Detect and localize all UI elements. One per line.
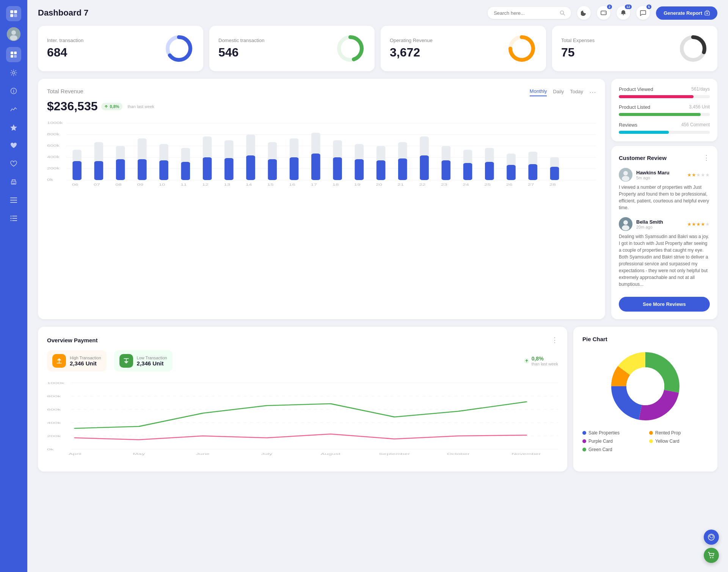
review-more-options[interactable]: ⋮ <box>703 154 710 162</box>
svg-text:September: September <box>379 452 410 456</box>
sidebar-item-analytics[interactable] <box>6 102 21 117</box>
payment-card: Overview Payment ⋮ High Transaction 2,34… <box>38 327 567 472</box>
progress-bar-2 <box>619 131 710 134</box>
stat-card-info-2: Operating Revenue 3,672 <box>390 38 433 60</box>
svg-point-123 <box>622 225 629 230</box>
sidebar-item-menu[interactable] <box>6 193 21 208</box>
revenue-bar-chart: 1000k 800k 600k 400k 200k 0k <box>47 119 596 188</box>
svg-text:400k: 400k <box>47 155 60 159</box>
svg-point-19 <box>11 216 12 217</box>
tab-daily[interactable]: Daily <box>553 89 564 96</box>
donut-0 <box>164 33 194 64</box>
stat-row-header-1: Product Listed 3,456 Unit <box>619 104 710 110</box>
svg-text:18: 18 <box>333 183 339 186</box>
avatar[interactable] <box>7 27 20 41</box>
payment-line-chart: 1000k 800k 600k 400k 200k 0k April May <box>47 379 558 462</box>
notifications-badge: 12 <box>625 5 632 9</box>
pie-chart-legend: Sale Properties Rented Prop Purple Card <box>582 430 708 452</box>
stat-row-header-2: Reviews 456 Comment <box>619 122 710 128</box>
svg-rect-82 <box>420 155 429 180</box>
svg-text:600k: 600k <box>47 408 61 411</box>
revenue-header: Total Revenue Monthly Daily Today ⋯ <box>47 88 596 96</box>
low-transaction-icon <box>119 354 133 368</box>
stat-cards-row: Inter. transaction 684 Domestic transact… <box>38 26 717 71</box>
svg-rect-68 <box>268 159 277 180</box>
svg-text:0k: 0k <box>47 448 54 451</box>
sidebar-item-heart[interactable] <box>6 138 21 153</box>
svg-text:October: October <box>447 452 470 456</box>
content: Inter. transaction 684 Domestic transact… <box>27 26 728 482</box>
customer-review-panel: Customer Review ⋮ Hawkins Maru 5m ago <box>611 146 717 319</box>
svg-text:13: 13 <box>224 183 230 186</box>
sidebar-item-print[interactable] <box>6 174 21 190</box>
wallet-button[interactable]: 2 <box>597 6 610 20</box>
svg-rect-76 <box>355 159 364 180</box>
progress-fill-2 <box>619 131 669 134</box>
sidebar-item-star[interactable] <box>6 120 21 135</box>
stat-card-info-3: Total Expenses 75 <box>561 38 595 60</box>
stat-card-label-2: Operating Revenue <box>390 38 433 43</box>
revenue-pct-label: than last week <box>128 104 154 109</box>
svg-text:08: 08 <box>115 183 122 186</box>
revenue-amount-row: $236,535 0,8% than last week <box>47 99 596 113</box>
svg-text:800k: 800k <box>47 132 60 136</box>
svg-point-11 <box>13 72 15 74</box>
sidebar-item-info[interactable] <box>6 83 21 99</box>
svg-text:06: 06 <box>72 183 78 186</box>
sidebar-item-list[interactable] <box>6 211 21 226</box>
svg-rect-92 <box>529 164 538 180</box>
right-panel: Product Viewed 561/days Product Listed 3… <box>611 79 717 319</box>
svg-rect-70 <box>290 157 299 180</box>
stat-card-label-0: Inter. transaction <box>47 38 83 43</box>
svg-rect-9 <box>11 55 13 58</box>
svg-text:April: April <box>69 452 82 456</box>
stat-row-header-0: Product Viewed 561/days <box>619 86 710 92</box>
svg-point-119 <box>623 171 628 176</box>
stat-card-2: Operating Revenue 3,672 <box>381 26 546 71</box>
support-fab[interactable] <box>704 530 719 545</box>
svg-rect-56 <box>138 159 147 180</box>
legend-dot-sale <box>582 431 586 435</box>
svg-rect-58 <box>159 160 168 180</box>
sidebar-item-dashboard[interactable] <box>6 47 21 62</box>
svg-rect-8 <box>14 52 17 54</box>
svg-rect-64 <box>224 158 234 180</box>
dark-mode-toggle[interactable] <box>577 6 591 20</box>
high-transaction-value: 2,346 Unit <box>70 360 101 367</box>
sidebar <box>0 0 27 572</box>
review-user-row-0: Hawkins Maru 5m ago ★★★★★ <box>619 168 710 182</box>
sidebar-item-heart-outline[interactable] <box>6 156 21 171</box>
revenue-more-options[interactable]: ⋯ <box>589 88 596 96</box>
tab-today[interactable]: Today <box>570 89 583 96</box>
payment-more-options[interactable]: ⋮ <box>551 336 558 344</box>
high-transaction-label: High Transaction <box>70 356 101 360</box>
review-panel-title: Customer Review <box>619 155 667 161</box>
svg-text:200k: 200k <box>47 434 61 438</box>
low-transaction-label: Low Transaction <box>137 356 167 360</box>
messages-button[interactable]: 5 <box>636 6 650 20</box>
svg-rect-88 <box>485 162 494 180</box>
revenue-title: Total Revenue <box>47 88 83 94</box>
svg-rect-86 <box>463 163 472 180</box>
search-input[interactable] <box>494 10 557 16</box>
sidebar-logo[interactable] <box>6 6 21 21</box>
stat-row-2: Reviews 456 Comment <box>619 122 710 134</box>
payment-pct-label: than last week <box>532 362 558 366</box>
see-more-reviews-button[interactable]: See More Reviews <box>619 297 710 312</box>
generate-report-button[interactable]: Generate Report <box>656 6 717 20</box>
sidebar-item-settings[interactable] <box>6 65 21 80</box>
stat-row-0: Product Viewed 561/days <box>619 86 710 98</box>
progress-bar-0 <box>619 95 710 98</box>
search-bar <box>488 7 571 19</box>
svg-text:1000k: 1000k <box>47 121 63 125</box>
svg-text:May: May <box>133 452 145 456</box>
legend-dot-rented <box>649 431 653 435</box>
svg-text:15: 15 <box>267 183 274 186</box>
tab-monthly[interactable]: Monthly <box>530 88 547 96</box>
svg-rect-54 <box>116 159 125 180</box>
payment-pct-value: 0,8% <box>532 356 558 362</box>
svg-rect-52 <box>94 161 104 180</box>
cart-fab[interactable] <box>704 548 719 563</box>
svg-text:07: 07 <box>94 183 100 186</box>
notifications-button[interactable]: 12 <box>617 6 630 20</box>
